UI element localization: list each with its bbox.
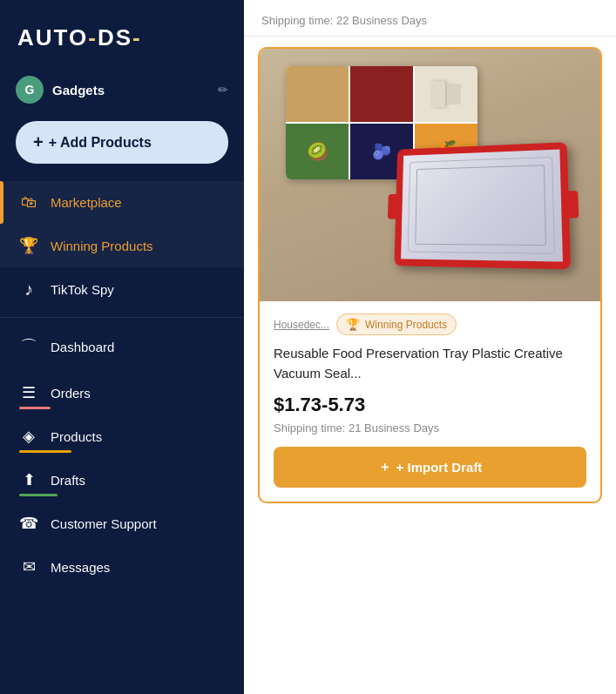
sidebar-item-customer-support[interactable]: ☎ Customer Support xyxy=(0,502,244,545)
sidebar-item-winning-products[interactable]: 🏆 Winning Products xyxy=(0,224,244,267)
avatar: G xyxy=(16,76,44,104)
import-btn-icon: ＋ xyxy=(378,459,391,475)
sidebar-item-label: Drafts xyxy=(51,473,85,488)
tiktok-icon: ♪ xyxy=(19,280,38,300)
sidebar-item-products[interactable]: ◈ Products xyxy=(0,414,244,458)
shipping-top-text: Shipping time: 22 Business Days xyxy=(244,0,616,37)
category-tag[interactable]: Housedec... xyxy=(274,319,329,331)
add-products-button[interactable]: + + Add Products xyxy=(16,121,228,164)
winning-products-icon: 🏆 xyxy=(19,236,38,255)
food-cell-2 xyxy=(350,66,413,122)
logo: AUTO-DS- xyxy=(17,24,142,51)
trophy-icon: 🏆 xyxy=(346,318,360,331)
logo-area: AUTO-DS- xyxy=(0,0,244,69)
messages-icon: ✉ xyxy=(19,557,38,576)
food-cell-1 xyxy=(286,66,349,122)
sidebar-item-label: Winning Products xyxy=(51,239,153,253)
product-shipping: Shipping time: 21 Business Days xyxy=(274,421,586,435)
nav-section: 🛍 Marketplace 🏆 Winning Products ♪ TikTo… xyxy=(0,181,244,589)
product-tray-image xyxy=(391,145,583,284)
add-products-label: + Add Products xyxy=(49,135,152,151)
import-btn-label: + Import Draft xyxy=(396,460,483,475)
tray-handle-left xyxy=(388,194,399,219)
sidebar-item-orders[interactable]: ☰ Orders xyxy=(0,371,244,414)
drafts-icon: ⬆ xyxy=(19,470,38,489)
sidebar-item-label: Orders xyxy=(51,386,91,401)
food-cell-3 xyxy=(415,66,477,122)
sidebar-item-tiktok-spy[interactable]: ♪ TikTok Spy xyxy=(0,267,244,312)
products-icon: ◈ xyxy=(19,427,38,446)
dashboard-icon: ⌒ xyxy=(19,335,38,359)
sidebar-item-label: Marketplace xyxy=(51,195,122,210)
sidebar-item-dashboard[interactable]: ⌒ Dashboard xyxy=(0,323,244,371)
sidebar-item-messages[interactable]: ✉ Messages xyxy=(0,545,244,589)
product-tags: Housedec... 🏆 Winning Products xyxy=(274,313,586,335)
sidebar-item-label: Customer Support xyxy=(51,516,157,531)
sidebar-item-label: Products xyxy=(51,429,102,444)
accent-bar-drafts xyxy=(19,494,58,496)
customer-support-icon: ☎ xyxy=(19,514,38,533)
main-content: Shipping time: 22 Business Days 🥝 🫐 🍊 xyxy=(244,0,616,694)
accent-bar-products xyxy=(19,450,71,453)
winning-tag: 🏆 Winning Products xyxy=(336,313,457,335)
sidebar-item-label: Dashboard xyxy=(51,340,114,354)
sidebar-item-label: Messages xyxy=(51,560,110,575)
sidebar: AUTO-DS- G Gadgets ✏ + + Add Products 🛍 … xyxy=(0,0,244,694)
sidebar-item-label: TikTok Spy xyxy=(51,282,114,297)
store-selector[interactable]: G Gadgets ✏ xyxy=(0,69,244,118)
product-title: Reusable Food Preservation Tray Plastic … xyxy=(274,344,586,383)
plus-icon: + xyxy=(33,132,44,152)
winning-tag-label: Winning Products xyxy=(365,319,447,331)
product-image-area: 🥝 🫐 🍊 xyxy=(260,49,600,301)
product-card: 🥝 🫐 🍊 Housedec... 🏆 Winning Prod xyxy=(258,47,602,503)
edit-icon[interactable]: ✏ xyxy=(218,83,228,97)
tray-handle-right xyxy=(565,191,579,219)
orders-icon: ☰ xyxy=(19,383,38,402)
store-name: Gadgets xyxy=(52,83,209,98)
import-draft-button[interactable]: ＋ + Import Draft xyxy=(274,447,586,488)
product-price: $1.73-5.73 xyxy=(274,394,586,416)
product-card-body: Housedec... 🏆 Winning Products Reusable … xyxy=(260,301,600,502)
tray-outer xyxy=(394,142,571,269)
sidebar-item-drafts[interactable]: ⬆ Drafts xyxy=(0,458,244,502)
sidebar-item-marketplace[interactable]: 🛍 Marketplace xyxy=(0,181,244,224)
tray-inner-lines xyxy=(408,157,555,254)
marketplace-icon: 🛍 xyxy=(19,193,38,212)
nav-divider xyxy=(0,317,244,318)
accent-bar xyxy=(19,407,51,409)
food-cell-4: 🥝 xyxy=(286,124,349,179)
